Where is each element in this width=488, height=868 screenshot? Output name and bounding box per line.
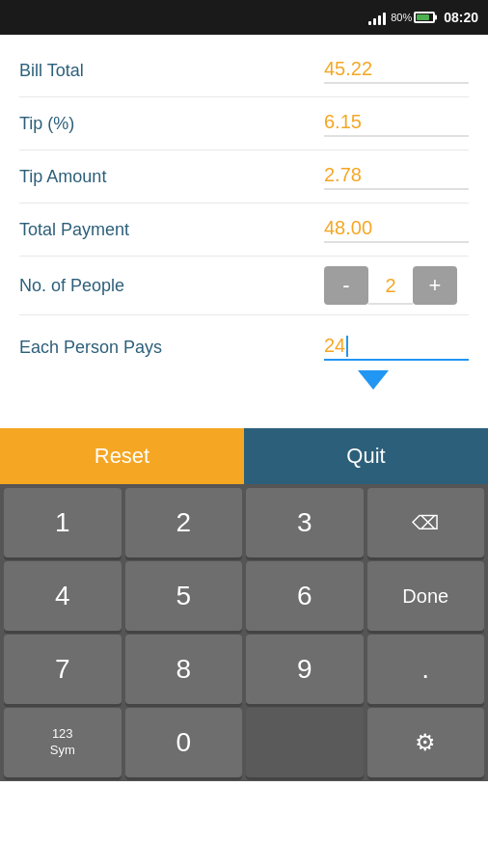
battery-box	[414, 12, 435, 23]
gear-icon: ⚙	[415, 729, 436, 756]
key-9[interactable]: 9	[246, 635, 364, 704]
tip-amount-row: Tip Amount 2.78	[19, 150, 469, 203]
bill-total-row: Bill Total 45.22	[19, 44, 469, 97]
signal-bar-2	[373, 18, 376, 25]
status-time: 08:20	[444, 10, 478, 25]
cursor-handle-icon	[358, 370, 389, 390]
total-payment-label: Total Payment	[19, 220, 324, 240]
backspace-button[interactable]: ⌫	[367, 488, 485, 557]
battery-fill	[417, 14, 429, 20]
reset-button[interactable]: Reset	[0, 428, 244, 484]
bill-total-value[interactable]: 45.22	[324, 58, 469, 84]
tip-amount-value[interactable]: 2.78	[324, 164, 469, 190]
each-person-section: Each Person Pays 24	[19, 315, 469, 390]
key-empty	[246, 708, 364, 777]
total-payment-value[interactable]: 48.00	[324, 217, 469, 243]
increment-button[interactable]: +	[413, 266, 457, 305]
sym-button[interactable]: 123Sym	[4, 708, 122, 777]
status-bar: 80% 08:20	[0, 0, 488, 35]
each-person-row: Each Person Pays 24	[19, 325, 469, 365]
num-people-row: No. of People - 2 +	[19, 257, 469, 315]
text-cursor	[346, 336, 348, 357]
each-person-value: 24	[324, 335, 345, 357]
total-payment-row: Total Payment 48.00	[19, 203, 469, 257]
signal-bar-1	[368, 21, 371, 25]
each-person-input[interactable]: 24	[324, 335, 469, 361]
key-dot[interactable]: .	[367, 635, 485, 704]
signal-bar-4	[383, 13, 386, 25]
quit-button[interactable]: Quit	[244, 428, 488, 484]
tip-amount-label: Tip Amount	[19, 167, 324, 187]
gear-button[interactable]: ⚙	[367, 708, 485, 777]
bill-total-label: Bill Total	[19, 61, 324, 81]
num-people-label: No. of People	[19, 276, 324, 296]
key-2[interactable]: 2	[125, 488, 243, 557]
key-0[interactable]: 0	[125, 708, 243, 777]
tip-percent-label: Tip (%)	[19, 114, 324, 134]
main-content: Bill Total 45.22 Tip (%) 6.15 Tip Amount…	[0, 35, 488, 399]
key-8[interactable]: 8	[125, 635, 243, 704]
each-person-label: Each Person Pays	[19, 338, 324, 358]
tip-percent-value[interactable]: 6.15	[324, 111, 469, 137]
numpad: 1 2 3 ⌫ 4 5 6 Done 7 8 9 . 123Sym 0 ⚙	[0, 484, 488, 781]
battery-icon: 80%	[391, 12, 435, 23]
spacer	[0, 399, 488, 428]
backspace-icon: ⌫	[412, 511, 439, 534]
key-6[interactable]: 6	[246, 561, 364, 631]
action-buttons: Reset Quit	[0, 428, 488, 484]
key-5[interactable]: 5	[125, 561, 243, 631]
cursor-handle-container	[19, 365, 469, 390]
key-3[interactable]: 3	[246, 488, 364, 557]
signal-bars	[368, 10, 386, 25]
done-button[interactable]: Done	[367, 561, 485, 631]
tip-percent-row: Tip (%) 6.15	[19, 97, 469, 150]
decrement-button[interactable]: -	[324, 266, 368, 305]
people-counter: - 2 +	[324, 266, 469, 305]
key-1[interactable]: 1	[4, 488, 122, 557]
key-7[interactable]: 7	[4, 635, 122, 704]
signal-bar-3	[378, 15, 381, 25]
status-icons: 80% 08:20	[368, 10, 478, 25]
people-count-value: 2	[368, 266, 413, 305]
key-4[interactable]: 4	[4, 561, 122, 631]
battery-percent: 80%	[391, 12, 412, 23]
